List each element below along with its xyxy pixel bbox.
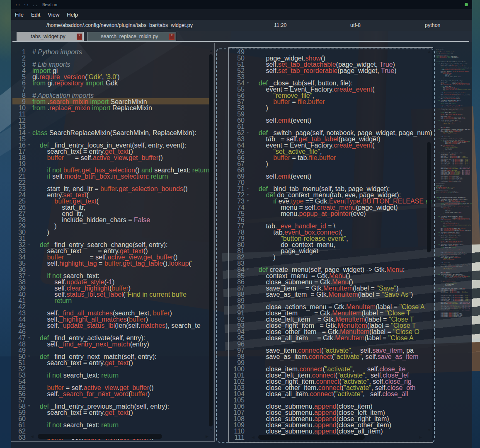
code-line-17[interactable]: 17 search_text = entry.get_text() <box>12 148 209 154</box>
code-line-5[interactable]: 5gi.require_version('Gdk', '3.0') <box>12 73 209 80</box>
code-line-102[interactable]: 102 close_right_item.connect("activate",… <box>230 378 432 384</box>
code-line-59[interactable]: 59 <box>230 111 432 117</box>
fold-arrow-icon[interactable]: ▾ <box>245 198 251 204</box>
code-line-79[interactable]: 79 "button-release-event", <box>230 235 432 241</box>
code-line-103[interactable]: 103 close_other_item.connect("activate",… <box>230 384 432 390</box>
code-line-44[interactable]: 44 self._highlight_all_matches(buffer) <box>12 316 209 322</box>
code-line-38[interactable]: 38 self.update_style(-1) <box>12 278 209 285</box>
code-line-58[interactable]: 58 ) <box>230 104 432 111</box>
menu-item-help[interactable]: Help <box>63 10 81 19</box>
code-line-100[interactable]: 100 close_item.connect("activate", self.… <box>230 366 432 372</box>
fold-arrow-icon[interactable]: ▾ <box>26 241 32 247</box>
code-line-81[interactable]: 81 page_widget <box>230 247 432 254</box>
code-line-107[interactable]: 107 close_submenu.append(close_left_item… <box>230 409 432 415</box>
right-editor-pane[interactable]: 4950 page_widget.show()51 self.set_tab_d… <box>230 48 432 440</box>
code-line-66[interactable]: 66 buffer = tab.file.buffer <box>230 154 432 160</box>
left-editor-pane[interactable]: 1# Python imports23# Lib imports4import … <box>12 48 209 440</box>
code-line-11[interactable]: 11 <box>12 111 209 117</box>
code-line-1[interactable]: 1# Python imports <box>12 48 209 55</box>
code-line-106[interactable]: 106 close_submenu.append(close_item) <box>230 403 432 409</box>
menu-item-view[interactable]: View <box>44 10 63 19</box>
code-line-70[interactable]: 70 <box>230 179 432 185</box>
code-line-20[interactable]: 20 if not buffer.get_has_selection() and… <box>12 167 209 173</box>
code-line-16[interactable]: 16▾ def _find_entry_focus_in_event(self,… <box>12 142 209 148</box>
code-line-7[interactable]: 7 <box>12 86 209 92</box>
fold-arrow-icon[interactable]: ▾ <box>26 272 32 278</box>
code-line-57[interactable]: 57 <box>12 397 209 403</box>
code-line-49[interactable]: 49 <box>12 347 209 353</box>
code-line-82[interactable]: 82 ) <box>230 254 432 260</box>
code-line-110[interactable]: 110 close_submenu.append(close_all_item) <box>230 428 432 434</box>
code-line-85[interactable]: 85 context_menu = Gtk.Menu() <box>230 272 432 278</box>
code-line-35[interactable]: 35 self.highlight_tag = buffer.get_tag_t… <box>12 260 209 266</box>
code-line-62[interactable]: 62▾ def _switch_page(self, notebook, pag… <box>230 129 432 136</box>
code-line-92[interactable]: 92 close_left_item = Gtk.MenuItem(label … <box>230 316 432 322</box>
right-scroll-left-icon[interactable]: ◀ <box>252 436 255 439</box>
code-line-62[interactable]: 62 <box>12 428 209 434</box>
code-line-50[interactable]: 50 page_widget.show() <box>230 55 432 61</box>
code-line-68[interactable]: 68 <box>230 167 432 173</box>
code-line-93[interactable]: 93 close_right_item = Gtk.MenuItem(label… <box>230 322 432 328</box>
code-line-52[interactable]: 52 self.set_tab_reorderable(page_widget,… <box>230 67 432 73</box>
code-line-45[interactable]: 45 self._update_status_lbl(len(self.matc… <box>12 322 209 328</box>
code-line-18[interactable]: 18 buffer = self.active_view.get_buffer(… <box>12 154 209 160</box>
code-line-24[interactable]: 24 entry.set_text( <box>12 191 209 198</box>
code-line-28[interactable]: 28 include_hidden_chars = False <box>12 216 209 223</box>
code-line-95[interactable]: 95 close_all_item = Gtk.MenuItem(label =… <box>230 334 432 341</box>
code-line-89[interactable]: 89 <box>230 297 432 303</box>
code-line-54[interactable]: 54 <box>12 378 209 384</box>
code-line-77[interactable]: 77 tab._eve_handler_id = \ <box>230 223 432 229</box>
code-line-83[interactable]: 83 <box>230 260 432 266</box>
code-line-59[interactable]: 59 search_text = entry.get_text() <box>12 409 209 415</box>
left-hscrollbar-thumb[interactable] <box>38 434 162 439</box>
code-line-14[interactable]: 14▾class SearchReplaceMixin(SearchMixin,… <box>12 129 209 136</box>
code-line-97[interactable]: 97 save_item.connect("activate", self.sa… <box>230 347 432 353</box>
code-line-39[interactable]: 39 self.clear_highlight(buffer) <box>12 285 209 291</box>
code-line-96[interactable]: 96 <box>230 341 432 347</box>
left-scroll-left-icon[interactable]: ◀ <box>31 435 34 438</box>
right-scroll-down-icon[interactable]: ▼ <box>427 429 431 432</box>
code-line-72[interactable]: 72▾ def do_context_menu(tab, eve, page_w… <box>230 191 432 198</box>
right-hscrollbar-thumb[interactable] <box>258 435 365 440</box>
code-line-101[interactable]: 101 close_left_item.connect("activate", … <box>230 372 432 378</box>
code-line-27[interactable]: 27 end_itr, <box>12 210 209 216</box>
code-line-41[interactable]: 41 return <box>12 297 209 303</box>
code-line-61[interactable]: 61 <box>230 123 432 129</box>
fold-arrow-icon[interactable]: ▾ <box>245 80 251 86</box>
code-line-32[interactable]: 32▾ def _find_entry_search_change(self, … <box>12 241 209 247</box>
code-line-15[interactable]: 15 <box>12 136 209 142</box>
code-line-10[interactable]: 10from .replace_mixin import ReplaceMixi… <box>12 104 209 111</box>
code-line-9[interactable]: 9from .search_mixin import SearchMixin <box>12 98 209 104</box>
code-line-61[interactable]: 61 if not search_text: return <box>12 421 209 428</box>
code-line-55[interactable]: 55 buffer = self.active_view.get_buffer(… <box>12 384 209 390</box>
menu-item-edit[interactable]: Edit <box>28 10 44 19</box>
code-line-23[interactable]: 23 start_itr, end_itr = buffer.get_selec… <box>12 185 209 191</box>
code-line-71[interactable]: 71▾ def _bind_tab_menu(self, tab, page_w… <box>230 185 432 191</box>
fold-arrow-icon[interactable]: ▾ <box>245 129 251 136</box>
fold-arrow-icon[interactable]: ▾ <box>26 334 32 341</box>
left-scroll-down-icon[interactable]: ▼ <box>209 428 213 432</box>
code-line-75[interactable]: 75 menu.popup_at_pointer(eve) <box>230 210 432 216</box>
left-vscrollbar-thumb[interactable] <box>209 54 213 426</box>
fold-arrow-icon[interactable]: ▾ <box>245 191 251 198</box>
code-line-60[interactable]: 60 <box>12 415 209 421</box>
right-vscrollbar-thumb[interactable] <box>427 142 431 252</box>
code-line-98[interactable]: 98 save_as_item.connect("activate", self… <box>230 353 432 359</box>
code-line-21[interactable]: 21 if self.mode_bttn_box.in_selection: r… <box>12 173 209 179</box>
fold-arrow-icon[interactable]: ▾ <box>26 142 32 148</box>
code-line-86[interactable]: 86 close_submenu = Gtk.Menu() <box>230 278 432 285</box>
code-line-53[interactable]: 53 <box>230 73 432 80</box>
fold-arrow-icon[interactable]: ▾ <box>26 353 32 359</box>
code-line-46[interactable]: 46 <box>12 328 209 334</box>
code-line-94[interactable]: 94 close_other_item = Gtk.MenuItem(label… <box>230 328 432 334</box>
code-line-25[interactable]: 25 buffer.get_text( <box>12 198 209 204</box>
code-line-76[interactable]: 76 <box>230 216 432 223</box>
menu-item-file[interactable]: File <box>12 10 27 19</box>
code-line-80[interactable]: 80 do_context_menu, <box>230 241 432 247</box>
code-line-58[interactable]: 58▾ def _find_entry_previous_match(self,… <box>12 403 209 409</box>
code-line-84[interactable]: 84▾ def create_menu(self, page_widget) -… <box>230 266 432 272</box>
fold-arrow-icon[interactable]: ▾ <box>26 129 32 136</box>
code-line-53[interactable]: 53 if not search_text: return <box>12 372 209 378</box>
tab-close-button[interactable]: x <box>77 34 82 40</box>
code-line-64[interactable]: 64 event = Event_Factory.create_event( <box>230 142 432 148</box>
